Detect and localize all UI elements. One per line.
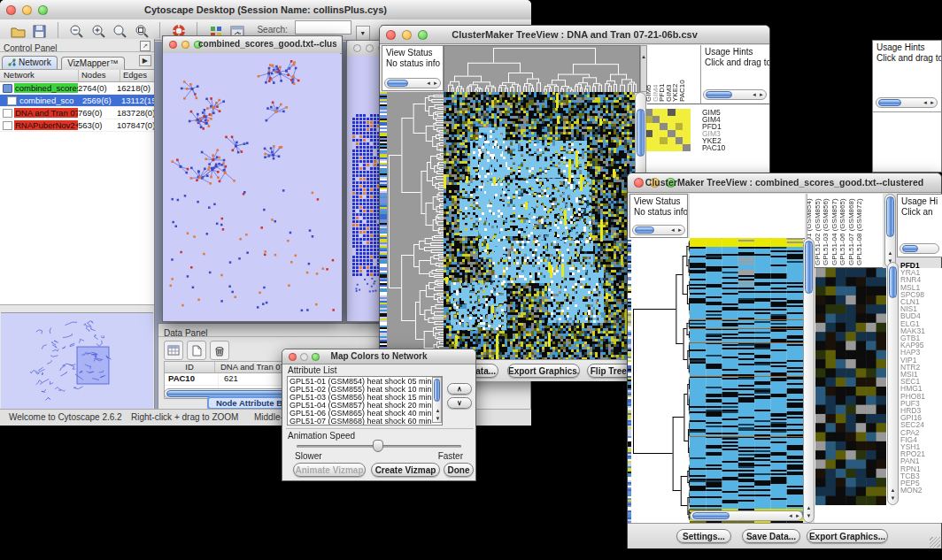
tv2-row-dendrogram[interactable] <box>631 238 690 523</box>
tv2-hints-hscrollbar[interactable] <box>900 243 939 254</box>
tv2-labels-vscrollbar[interactable]: ▲ ▼ <box>884 194 896 268</box>
tv1-row-dendrogram[interactable] <box>387 92 444 359</box>
zoom-in-icon[interactable] <box>89 22 107 40</box>
network-table-row[interactable]: RNAPuberNov2+563(0)107847(0) <box>0 119 154 132</box>
new-attribute-icon[interactable] <box>187 341 206 360</box>
matrix-cell[interactable] <box>652 109 660 116</box>
tv2-button-export-graphics-[interactable]: Export Graphics... <box>807 529 888 543</box>
tv2-titlebar[interactable]: ClusterMaker TreeView : combined_scores_… <box>628 173 941 193</box>
matrix-cell[interactable] <box>652 116 660 123</box>
tv2-zoom-vscrollbar[interactable]: ▲ ▼ <box>887 262 899 505</box>
network-overview-canvas[interactable] <box>1 313 153 409</box>
hscroll-thumb[interactable] <box>387 80 408 87</box>
tv1-column-dendrogram[interactable] <box>444 45 640 93</box>
matrix-cell[interactable] <box>668 130 676 137</box>
scroll-right-icon[interactable]: ► <box>759 91 764 98</box>
matrix-cell[interactable] <box>683 116 691 123</box>
tv2-column-tree-area[interactable] <box>690 194 805 239</box>
slider-thumb[interactable] <box>373 440 383 452</box>
delete-attribute-icon[interactable] <box>210 341 229 360</box>
tv2-button-settings-[interactable]: Settings... <box>676 529 731 543</box>
matrix-cell[interactable] <box>683 144 691 151</box>
float-panel-icon[interactable]: ↗ <box>140 41 151 51</box>
matrix-cell[interactable] <box>683 109 691 116</box>
vscroll-thumb[interactable] <box>805 241 813 294</box>
scroll-right-icon[interactable]: ► <box>930 99 935 106</box>
hscroll-thumb[interactable] <box>902 245 918 252</box>
done-button[interactable]: Done <box>444 463 474 477</box>
scroll-right-icon[interactable]: ► <box>795 512 800 519</box>
tv2-button-save-data-[interactable]: Save Data... <box>742 529 800 543</box>
attribute-list-item[interactable]: GPL51-07 (GSM868) heat shock 60 min <box>290 418 440 426</box>
matrix-cell[interactable] <box>676 123 683 130</box>
scroll-down-icon[interactable]: ▼ <box>433 414 443 422</box>
tv2-heatmap[interactable] <box>690 238 803 523</box>
create-vizmap-button[interactable]: Create Vizmap <box>371 463 440 477</box>
minimize-icon[interactable] <box>181 41 189 49</box>
tv1-heatmap[interactable] <box>444 92 635 359</box>
matrix-cell[interactable] <box>668 144 676 151</box>
move-attribute-down-button[interactable]: ∨ <box>447 397 472 409</box>
matrix-cell[interactable] <box>676 109 683 116</box>
matrix-cell[interactable] <box>660 116 668 123</box>
tv1-button-export-graphics-[interactable]: Export Graphics... <box>507 364 580 378</box>
zoom-actual-icon[interactable] <box>111 22 128 40</box>
matrix-cell[interactable] <box>676 144 683 151</box>
similarity-matrix[interactable] <box>645 109 691 151</box>
tab-overflow-button[interactable]: ▶ <box>139 55 151 66</box>
tv2-zoom-heatmap[interactable] <box>815 268 886 505</box>
hscroll-thumb[interactable] <box>878 99 901 106</box>
scroll-left-icon[interactable]: ◄ <box>670 226 676 234</box>
minimize-icon[interactable] <box>366 44 374 52</box>
tv1-hints-hscrollbar[interactable]: ◄ ► <box>703 89 767 100</box>
open-folder-icon[interactable] <box>9 23 27 41</box>
main-titlebar[interactable]: Cytoscape Desktop (Session Name: collins… <box>0 0 531 20</box>
scroll-up-icon[interactable]: ▲ <box>433 406 443 414</box>
scroll-down-icon[interactable]: ▼ <box>804 505 814 521</box>
vscroll-thumb[interactable] <box>637 109 645 157</box>
matrix-cell[interactable] <box>668 123 676 130</box>
attribute-list[interactable]: GPL51-01 (GSM854) heat shock 05 minGPL51… <box>287 376 443 426</box>
zoom-region-icon[interactable] <box>133 22 151 40</box>
matrix-cell[interactable] <box>668 109 676 116</box>
animation-speed-slider[interactable] <box>297 445 461 448</box>
attribute-list-vscrollbar[interactable]: ▲ ▼ <box>432 377 442 423</box>
matrix-cell[interactable] <box>676 116 683 123</box>
scroll-right-icon[interactable]: ► <box>433 80 438 87</box>
vscroll-thumb[interactable] <box>889 266 897 298</box>
hscroll-thumb[interactable] <box>692 512 730 519</box>
matrix-cell[interactable] <box>660 137 668 144</box>
tab-network[interactable]: Network <box>2 56 58 69</box>
vscroll-thumb[interactable] <box>434 379 440 402</box>
matrix-cell[interactable] <box>660 130 668 137</box>
matrix-cell[interactable] <box>660 144 668 151</box>
matrix-cell[interactable] <box>683 130 691 137</box>
tv1-titlebar[interactable]: ClusterMaker TreeView : DNA and Tran 07-… <box>380 26 769 44</box>
matrix-cell[interactable] <box>668 116 676 123</box>
hscroll-thumb[interactable] <box>706 91 732 98</box>
close-icon[interactable] <box>353 44 361 52</box>
matrix-cell[interactable] <box>652 144 660 151</box>
network-window-titlebar[interactable]: combined_scores_good.txt--cluste... <box>163 36 342 54</box>
matrix-cell[interactable] <box>683 137 691 144</box>
scroll-left-icon[interactable]: ◄ <box>788 512 793 519</box>
matrix-cell[interactable] <box>652 130 660 137</box>
birdseye-panel[interactable] <box>1 312 153 409</box>
move-attribute-up-button[interactable]: ∧ <box>447 383 472 395</box>
attribute-table-icon[interactable] <box>164 341 183 360</box>
network-canvas[interactable] <box>163 53 340 319</box>
matrix-cell[interactable] <box>660 123 668 130</box>
tv2-heat-vscrollbar[interactable]: ▲ ▼ <box>803 238 815 523</box>
network-table-row[interactable]: combined_sco2569(6)13112(15) <box>0 95 154 107</box>
matrix-cell[interactable] <box>652 123 660 130</box>
animate-vizmap-button[interactable]: Animate Vizmap <box>293 463 366 477</box>
save-icon[interactable] <box>30 23 48 41</box>
matrix-cell[interactable] <box>676 130 683 137</box>
tv2-status-hscrollbar[interactable]: ◄ ► <box>632 225 685 235</box>
scroll-left-icon[interactable]: ◄ <box>923 99 928 106</box>
matrix-cell[interactable] <box>683 123 691 130</box>
tv1-global-pixel-strip[interactable] <box>380 92 387 359</box>
dialog-titlebar[interactable]: Map Colors to Network <box>282 349 475 364</box>
scroll-down-icon[interactable]: ▼ <box>888 487 898 503</box>
matrix-cell[interactable] <box>660 109 668 116</box>
